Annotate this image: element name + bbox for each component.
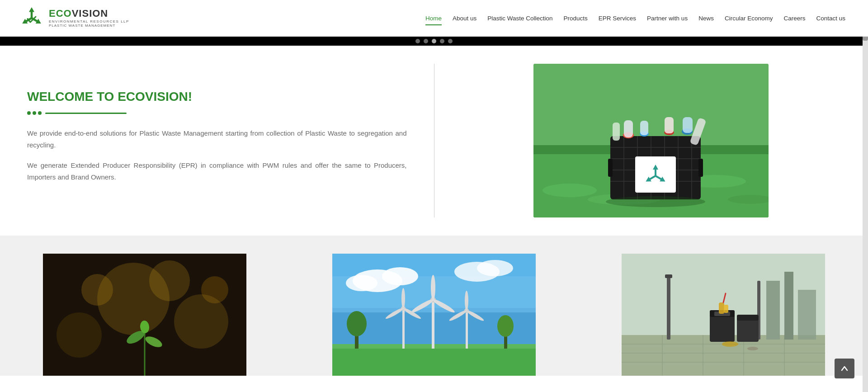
cards-section [0, 236, 868, 376]
svg-point-76 [465, 291, 468, 311]
green-dot-1 [27, 111, 31, 115]
recycling-crate-image [533, 64, 769, 217]
svg-point-44 [149, 260, 190, 301]
welcome-section: WELCOME TO ECOVISION! We provide end-to-… [0, 46, 868, 236]
svg-rect-98 [737, 315, 759, 321]
chevron-up-icon [840, 364, 849, 373]
nav-about[interactable]: About us [448, 11, 481, 25]
green-underline [45, 113, 127, 114]
nav-partner[interactable]: Partner with us [642, 11, 692, 25]
svg-point-42 [57, 312, 102, 358]
svg-rect-35 [613, 123, 620, 141]
svg-rect-59 [332, 349, 536, 376]
svg-rect-90 [798, 290, 816, 340]
logo-sub-line1: ENVIRONMENTAL RESOURCES LLP [49, 19, 129, 24]
svg-rect-36 [608, 159, 613, 177]
welcome-title: WELCOME TO ECOVISION! [27, 90, 407, 104]
svg-rect-33 [683, 117, 693, 133]
svg-rect-92 [665, 274, 672, 278]
nav-news[interactable]: News [694, 11, 718, 25]
svg-rect-89 [784, 272, 793, 340]
logo-text: ECOVISION ENVIRONMENTAL RESOURCES LLP PL… [49, 9, 129, 28]
recycle-logo-icon [18, 5, 45, 32]
welcome-right-col [434, 64, 841, 217]
nav-circular[interactable]: Circular Economy [720, 11, 778, 25]
nav-contact[interactable]: Contact us [811, 11, 850, 25]
welcome-para2: We generate Extended Producer Responsibi… [27, 160, 407, 183]
svg-point-55 [346, 275, 377, 291]
nav-epr[interactable]: EPR Services [594, 11, 641, 25]
svg-point-103 [747, 347, 758, 350]
green-dot-2 [33, 111, 36, 115]
logo-sub-line2: PLASTIC WASTE MANAGEMENT [49, 24, 129, 28]
logo[interactable]: ECOVISION ENVIRONMENTAL RESOURCES LLP PL… [18, 5, 129, 32]
welcome-left-col: WELCOME TO ECOVISION! We provide end-to-… [27, 64, 434, 217]
svg-rect-27 [624, 120, 633, 137]
scroll-to-top-button[interactable] [835, 359, 854, 376]
slide-dot-3[interactable] [432, 39, 436, 43]
slide-dot-4[interactable] [440, 39, 444, 43]
svg-point-61 [347, 311, 367, 336]
card-bins [579, 254, 868, 376]
svg-point-38 [606, 196, 705, 207]
hero-slideshow-strip [0, 37, 868, 46]
svg-point-43 [81, 274, 113, 306]
svg-rect-74 [466, 310, 468, 349]
scrollbar[interactable] [863, 0, 868, 376]
svg-point-54 [382, 267, 418, 285]
svg-rect-37 [698, 159, 703, 177]
svg-point-66 [431, 275, 435, 300]
green-dots [27, 111, 42, 115]
svg-rect-69 [402, 308, 405, 349]
card-plant [0, 254, 289, 376]
svg-point-71 [401, 288, 405, 309]
green-dot-3 [38, 111, 42, 115]
welcome-divider [27, 111, 407, 115]
svg-rect-97 [737, 317, 759, 342]
svg-point-45 [201, 276, 228, 303]
card-windmill [289, 254, 579, 376]
svg-point-63 [497, 315, 514, 337]
svg-rect-64 [432, 299, 434, 349]
nav-home[interactable]: Home [421, 11, 446, 25]
svg-rect-99 [719, 302, 724, 314]
slide-dot-2[interactable] [424, 39, 428, 43]
slide-dot-1[interactable] [415, 39, 420, 43]
svg-rect-29 [640, 121, 648, 135]
svg-point-57 [477, 260, 513, 276]
nav-products[interactable]: Products [559, 11, 592, 25]
main-nav: Home About us Plastic Waste Collection P… [129, 11, 850, 25]
header: ECOVISION ENVIRONMENTAL RESOURCES LLP PL… [0, 0, 868, 37]
logo-brand-eco: ECO [49, 8, 72, 19]
nav-careers[interactable]: Careers [779, 11, 810, 25]
nav-plastic-waste[interactable]: Plastic Waste Collection [483, 11, 557, 25]
logo-brand-vision: VISION [72, 8, 108, 19]
svg-point-7 [542, 184, 597, 197]
svg-point-102 [722, 341, 738, 347]
svg-marker-0 [29, 7, 34, 18]
slide-dot-5[interactable] [448, 39, 453, 43]
svg-rect-88 [766, 281, 780, 340]
svg-rect-91 [667, 276, 670, 340]
svg-rect-100 [724, 305, 728, 313]
svg-point-41 [174, 294, 228, 349]
svg-rect-31 [665, 117, 674, 133]
welcome-para1: We provide end-to-end solutions for Plas… [27, 128, 407, 151]
